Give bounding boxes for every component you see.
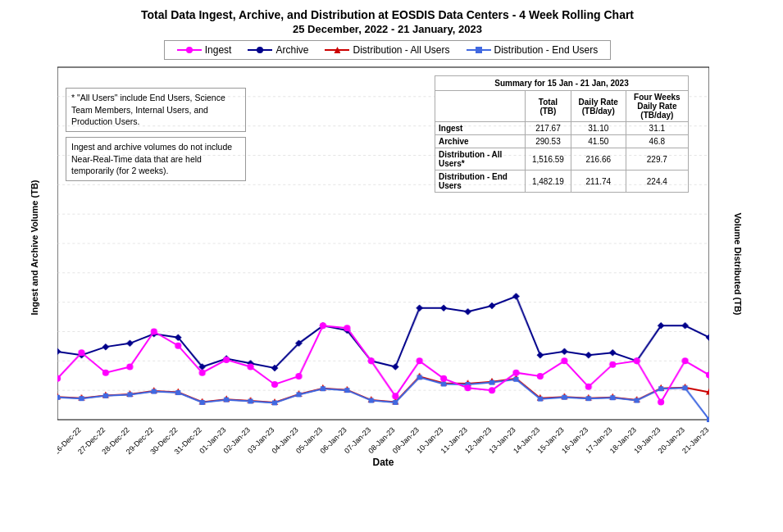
legend-dist-all: Distribution - All Users bbox=[325, 44, 449, 56]
summary-col-four-weeks: Four WeeksDaily Rate(TB/day) bbox=[626, 91, 688, 122]
summary-row-total: 217.67 bbox=[526, 122, 571, 135]
chart-legend: Ingest Archive Distribution - All Users … bbox=[164, 40, 611, 60]
summary-row: Archive290.5341.5046.8 bbox=[435, 135, 689, 148]
summary-row: Distribution - End Users1,482.19211.7422… bbox=[435, 171, 689, 193]
summary-row-four-weeks: 224.4 bbox=[626, 171, 688, 193]
legend-archive: Archive bbox=[248, 44, 308, 56]
chart-title: Total Data Ingest, Archive, and Distribu… bbox=[8, 8, 767, 21]
summary-row-total: 290.53 bbox=[526, 135, 571, 148]
summary-row-daily: 41.50 bbox=[571, 135, 626, 148]
summary-row-label: Distribution - End Users bbox=[435, 171, 526, 193]
summary-title: Summary for 15 Jan - 21 Jan, 2023 bbox=[435, 76, 689, 91]
annotation-ingest-archive: Ingest and archive volumes do not includ… bbox=[66, 137, 246, 181]
summary-row-total: 1,516.59 bbox=[526, 148, 571, 171]
annotation-box: * "All Users" include End Users, Science… bbox=[66, 88, 246, 181]
legend-dist-all-label: Distribution - All Users bbox=[353, 44, 449, 56]
summary-row-label: Ingest bbox=[435, 122, 526, 135]
legend-ingest: Ingest bbox=[177, 44, 232, 56]
legend-dist-end-label: Distribution - End Users bbox=[494, 44, 599, 56]
summary-row-total: 1,482.19 bbox=[526, 171, 571, 193]
annotation-all-users: * "All Users" include End Users, Science… bbox=[66, 88, 246, 132]
summary-col-daily: Daily Rate(TB/day) bbox=[571, 91, 626, 122]
summary-col-total: Total(TB) bbox=[526, 91, 571, 122]
y-axis-left-label: Ingest and Archive Volume (TB) bbox=[30, 166, 39, 330]
chart-subtitle: 25 December, 2022 - 21 January, 2023 bbox=[8, 23, 767, 35]
legend-archive-label: Archive bbox=[275, 44, 308, 56]
summary-table: Summary for 15 Jan - 21 Jan, 2023 Total(… bbox=[435, 75, 689, 193]
legend-dist-end: Distribution - End Users bbox=[467, 44, 599, 56]
summary-row-four-weeks: 46.8 bbox=[626, 135, 688, 148]
summary-row-daily: 31.10 bbox=[571, 122, 626, 135]
summary-row-label: Archive bbox=[435, 135, 526, 148]
summary-row-daily: 216.66 bbox=[571, 148, 626, 171]
legend-ingest-label: Ingest bbox=[205, 44, 232, 56]
chart-plot-area: .grid-line { stroke: #ccc; stroke-width:… bbox=[57, 63, 709, 465]
summary-row: Distribution - All Users*1,516.59216.662… bbox=[435, 148, 689, 171]
chart-container: Total Data Ingest, Archive, and Distribu… bbox=[0, 0, 783, 532]
summary-row-four-weeks: 229.7 bbox=[626, 148, 688, 171]
summary-row-four-weeks: 31.1 bbox=[626, 122, 688, 135]
summary-row: Ingest217.6731.1031.1 bbox=[435, 122, 689, 135]
y-axis-right-label: Volume Distributed (TB) bbox=[733, 182, 743, 346]
summary-row-daily: 211.74 bbox=[571, 171, 626, 193]
summary-row-label: Distribution - All Users* bbox=[435, 148, 526, 171]
